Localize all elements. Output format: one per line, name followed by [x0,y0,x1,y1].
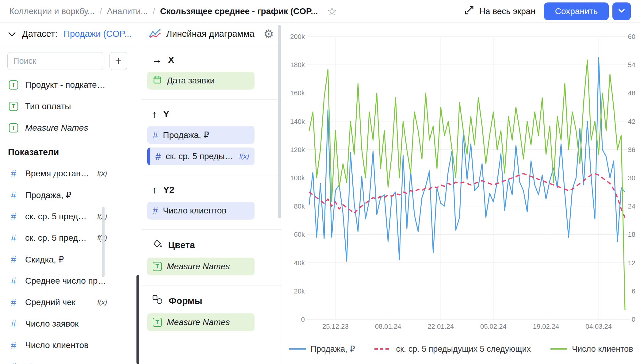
chip-label: Продажа, ₽ [163,130,249,140]
section-shapes: Формы T Measure Names [141,285,282,341]
measure-type-icon: # [8,169,19,178]
breadcrumb-collections[interactable]: Коллекции и воркбу... [9,6,95,16]
legend-item[interactable]: Число клиентов [550,344,633,354]
field-chip-y2-clients[interactable]: # Число клиентов [147,202,255,220]
fullscreen-button[interactable]: На весь экран [464,5,535,17]
measure-type-icon: # [8,233,19,243]
field-chip-y-sales[interactable]: # Продажа, ₽ [147,126,255,144]
measure-type-icon: # [8,341,19,350]
legend-marker [289,347,306,351]
y-axis-left-tick: 60k [294,231,305,238]
measure-type-icon: # [8,276,19,286]
y-axis-left-tick: 200k [290,33,305,40]
arrow-right-icon: → [152,55,162,65]
y-axis-left-tick: 100k [290,174,305,182]
search-input[interactable] [7,52,103,70]
y-axis-right-tick: 54 [628,61,635,69]
field-label: Продукт - подкатегория [25,80,107,90]
dimension-type-icon: T [8,102,19,111]
arrow-up-icon: ↑ [152,185,157,195]
field-item[interactable]: # Время доставки, дн. f(x) [0,163,141,184]
x-axis-tick: 08.01.24 [375,323,401,330]
dataset-panel: Датасет: Продажи (COP... + T Продукт - п… [0,23,141,364]
field-item[interactable]: # ск. ср. 5 предыдущих f(x) [0,206,141,227]
save-options-button[interactable] [612,2,631,20]
field-item[interactable]: T Measure Names [0,117,141,139]
field-label: Тип оплаты [25,102,107,111]
section-x-label: → X [152,55,274,65]
y-axis-right-tick: 36 [628,146,635,154]
save-button[interactable]: Сохранить [544,2,609,20]
field-item[interactable]: # Число клиентов [0,335,141,356]
legend-label: Число клиентов [572,344,633,354]
chart-config-panel: Линейная диаграмма ⚙ → X [141,23,282,364]
breadcrumb: Коллекции и воркбу... / Аналити... / Ско… [9,6,337,17]
header: Коллекции и воркбу... / Аналити... / Ско… [0,0,640,23]
field-item[interactable]: # Скидка, ₽ [0,249,141,270]
measure-type-icon: # [8,362,19,364]
favorite-star-icon[interactable]: ☆ [327,6,337,17]
field-label: Средний чек [25,297,91,307]
field-item[interactable]: # Число заявок [0,313,141,335]
formula-badge: f(x) [97,170,107,178]
y-axis-right-tick: 60 [628,33,635,40]
field-label: Скидка, ₽ [25,255,107,265]
header-actions: На весь экран Сохранить [464,2,631,20]
field-list: T Продукт - подкатегория T Тип оплаты T … [0,74,141,364]
collapse-chevron-icon[interactable] [8,29,16,39]
sidebar-scrollbar[interactable] [136,275,139,364]
chip-label: ск. ср. 5 предыд... [166,151,234,161]
line-chart-icon [149,29,161,40]
field-item[interactable]: # Число магазинов f(x) [0,356,141,364]
field-chip-shapes[interactable]: T Measure Names [147,313,255,331]
chip-label: Measure Names [167,317,249,327]
page-title: Скользящее среднее - график (COP... [160,6,318,16]
dimension-type-icon: T [153,318,162,327]
measures-section-header: Показатели [0,139,141,163]
y-axis-left-tick: 180k [290,61,305,69]
y-axis-right-tick: 18 [628,231,635,238]
legend-item[interactable]: Продажа, ₽ [289,344,355,354]
field-chip-x-date[interactable]: Дата заявки [147,72,255,90]
field-label: ск. ср. 5 предыдущих [25,212,91,221]
chip-label: Measure Names [167,262,249,271]
shapes-icon [152,295,163,307]
dataset-link[interactable]: Продажи (COP... [63,29,132,39]
field-label: ск. ср. 5 предыдущих... [25,233,91,243]
breadcrumb-analytics[interactable]: Аналити... [107,6,148,16]
field-chip-y-moving-average[interactable]: # ск. ср. 5 предыд... f(x) [147,148,255,165]
series-line-1[interactable] [309,174,625,217]
field-item[interactable]: T Продукт - подкатегория [0,74,141,96]
dimension-type-icon: T [8,80,19,90]
field-item[interactable]: # Средний чек f(x) [0,292,141,313]
formula-badge: f(x) [97,363,107,364]
field-chip-colors[interactable]: T Measure Names [147,258,255,275]
chart-type-label[interactable]: Линейная диаграмма [166,29,258,39]
gear-icon[interactable]: ⚙ [263,28,274,40]
y-axis-right-tick: 24 [628,202,635,210]
add-field-button[interactable]: + [109,52,127,70]
app-root: Коллекции и воркбу... / Аналити... / Ско… [0,0,640,364]
arrow-up-icon: ↑ [152,109,157,119]
section-y2-label: ↑ Y2 [152,185,274,195]
y-axis-left-tick: 0 [301,316,305,323]
line-chart[interactable]: 0020k640k1260k1880k24100k30120k36140k421… [282,25,640,335]
x-axis-tick: 04.03.24 [585,323,612,330]
section-y-label: ↑ Y [152,109,274,119]
section-x: → X Дата заявки [141,45,282,100]
section-shapes-label: Формы [152,295,274,307]
field-label: Число заявок [25,319,107,329]
field-label: Число магазинов [25,362,91,364]
measure-type-icon: # [8,298,19,307]
y-axis-left-tick: 80k [294,202,305,210]
measure-type-icon: # [153,130,158,140]
field-item[interactable]: # Среднее число продукто... [0,270,141,292]
legend-item[interactable]: ск. ср. 5 предыдущих 5 следующих [374,344,531,354]
field-list-scrollbar[interactable] [102,207,105,277]
field-item[interactable]: T Тип оплаты [0,96,141,117]
config-scrollbar[interactable] [278,25,281,218]
y-axis-left-tick: 160k [290,89,305,97]
field-item[interactable]: # ск. ср. 5 предыдущих... f(x) [0,227,141,249]
field-item[interactable]: # Продажа, ₽ [0,184,141,206]
series-line-0[interactable] [309,58,625,261]
